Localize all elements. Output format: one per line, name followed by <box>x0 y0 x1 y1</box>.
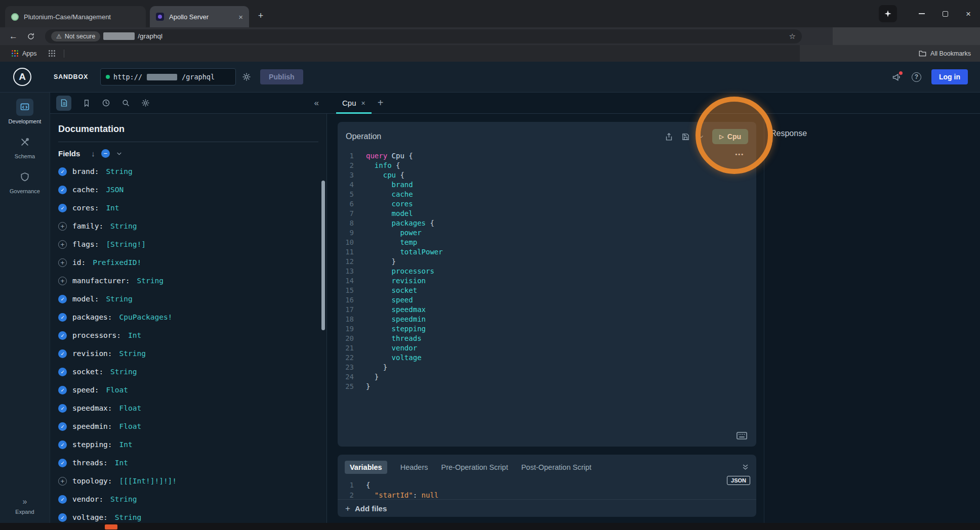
field-included-check-icon[interactable]: ✓ <box>58 459 67 467</box>
bookmark-star-icon[interactable]: ☆ <box>789 32 796 41</box>
field-row[interactable]: ✓cores:Int <box>50 199 326 217</box>
endpoint-settings-button[interactable] <box>242 72 251 81</box>
collapse-docs-button[interactable]: « <box>314 98 319 108</box>
share-button[interactable] <box>665 132 673 141</box>
field-row[interactable]: ✓brand:String <box>50 162 326 181</box>
reload-button[interactable] <box>27 32 35 40</box>
field-included-check-icon[interactable]: ✓ <box>58 513 67 522</box>
keyboard-shortcuts-button[interactable] <box>737 432 747 439</box>
field-row[interactable]: ✓socket:String <box>50 363 326 381</box>
field-add-icon[interactable]: + <box>58 240 67 249</box>
field-row[interactable]: ✓revision:String <box>50 344 326 363</box>
login-button[interactable]: Log in <box>931 69 968 84</box>
field-included-check-icon[interactable]: ✓ <box>58 368 67 376</box>
apollo-logo[interactable]: A <box>13 68 31 86</box>
field-row[interactable]: ✓voltage:String <box>50 508 326 523</box>
sort-down-icon[interactable]: ↓ <box>91 149 95 158</box>
field-included-check-icon[interactable]: ✓ <box>58 349 67 358</box>
new-tab-button[interactable]: + <box>254 9 267 22</box>
field-row[interactable]: ✓packages:CpuPackages! <box>50 308 326 326</box>
add-files-button[interactable]: Add files <box>355 504 387 513</box>
collapse-panel-button[interactable] <box>742 463 749 471</box>
rail-item-schema[interactable]: Schema <box>15 134 35 159</box>
field-included-check-icon[interactable]: ✓ <box>58 167 67 176</box>
field-add-icon[interactable]: + <box>58 277 67 285</box>
field-included-check-icon[interactable]: ✓ <box>58 422 67 431</box>
back-button[interactable]: ← <box>9 32 18 40</box>
window-minimize-button[interactable] <box>910 0 933 27</box>
run-button-label: Cpu <box>727 132 741 141</box>
new-operation-tab-button[interactable]: + <box>378 97 384 109</box>
browser-tab-plutonium[interactable]: Plutonium-Case/Management <box>5 6 146 27</box>
field-row[interactable]: +topology:[[[Int!]!]!]! <box>50 472 326 490</box>
operation-editor[interactable]: 1query Cpu {2 info {3 cpu {4 brand5 cach… <box>338 151 756 391</box>
field-row[interactable]: ✓speedmax:Float <box>50 399 326 417</box>
field-included-check-icon[interactable]: ✓ <box>58 204 67 212</box>
field-add-icon[interactable]: + <box>58 477 67 485</box>
field-row[interactable]: +flags:[String!] <box>50 235 326 253</box>
field-row[interactable]: +id:PrefixedID! <box>50 253 326 272</box>
history-button[interactable] <box>102 99 110 107</box>
tab-post-operation-script[interactable]: Post-Operation Script <box>521 463 592 471</box>
field-row[interactable]: ✓stepping:Int <box>50 435 326 454</box>
tab-headers[interactable]: Headers <box>400 463 428 471</box>
more-options-button[interactable]: ••• <box>735 151 744 157</box>
operation-tab-cpu[interactable]: Cpu × <box>336 93 372 114</box>
browser-sparkle-button[interactable] <box>879 5 897 22</box>
field-row[interactable]: ✓threads:Int <box>50 454 326 472</box>
field-included-check-icon[interactable]: ✓ <box>58 331 67 340</box>
field-add-icon[interactable]: + <box>58 222 67 231</box>
save-button[interactable] <box>681 132 690 141</box>
apps-label[interactable]: Apps <box>22 50 37 57</box>
tab-close-icon[interactable]: × <box>361 99 365 107</box>
field-row[interactable]: ✓cache:JSON <box>50 181 326 199</box>
field-row[interactable]: ✓model:String <box>50 290 326 308</box>
publish-button[interactable]: Publish <box>260 69 303 84</box>
field-row[interactable]: ✓speedmin:Float <box>50 417 326 435</box>
grid-icon[interactable] <box>48 50 56 57</box>
window-maximize-button[interactable] <box>933 0 957 27</box>
field-add-icon[interactable]: + <box>58 258 67 267</box>
field-included-check-icon[interactable]: ✓ <box>58 404 67 413</box>
chevron-down-icon[interactable] <box>116 150 123 157</box>
documentation-view-button[interactable] <box>56 96 71 111</box>
field-row[interactable]: ✓speed:Float <box>50 381 326 399</box>
field-included-check-icon[interactable]: ✓ <box>58 313 67 322</box>
field-row[interactable]: +family:String <box>50 217 326 235</box>
settings-button[interactable] <box>141 99 150 107</box>
docs-scrollbar[interactable] <box>321 181 325 330</box>
variables-editor[interactable]: JSON 1{2 "startId": null <box>338 475 756 499</box>
tab-pre-operation-script[interactable]: Pre-Operation Script <box>441 463 508 471</box>
endpoint-input[interactable]: http:// /graphql <box>100 68 236 85</box>
rail-item-development[interactable]: Development <box>9 99 42 124</box>
field-included-check-icon[interactable]: ✓ <box>58 386 67 394</box>
rail-expand-button[interactable]: » Expand <box>15 497 34 515</box>
field-included-check-icon[interactable]: ✓ <box>58 295 67 303</box>
field-included-check-icon[interactable]: ✓ <box>58 440 67 449</box>
save-dropdown-button[interactable] <box>698 134 704 140</box>
security-badge[interactable]: ⚠ Not secure <box>51 31 100 41</box>
field-included-check-icon[interactable]: ✓ <box>58 186 67 194</box>
content-row: Documentation Fields ↓ − ✓brand:String✓c… <box>50 114 980 523</box>
announcements-button[interactable] <box>892 73 902 81</box>
taskbar-app-icon[interactable] <box>105 524 117 529</box>
run-operation-button[interactable]: ▷ Cpu <box>712 129 748 144</box>
fields-filter-toggle[interactable]: − <box>101 149 110 158</box>
apps-grid-icon[interactable] <box>11 50 19 57</box>
help-button[interactable]: ? <box>912 72 921 82</box>
window-close-button[interactable]: × <box>957 0 980 27</box>
browser-tab-apollo[interactable]: Apollo Server × <box>150 6 249 27</box>
saved-operations-button[interactable] <box>83 99 91 107</box>
field-row[interactable]: +manufacturer:String <box>50 272 326 290</box>
field-included-check-icon[interactable]: ✓ <box>58 495 67 504</box>
tab-variables[interactable]: Variables <box>345 461 387 474</box>
all-bookmarks-button[interactable]: All Bookmarks <box>800 45 980 62</box>
field-name: speedmin: <box>72 422 112 430</box>
field-row[interactable]: ✓vendor:String <box>50 490 326 508</box>
tab-close-icon[interactable]: × <box>238 13 243 21</box>
rail-item-governance[interactable]: Governance <box>10 168 40 194</box>
bookmarks-bar: Apps All Bookmarks <box>0 45 980 62</box>
field-row[interactable]: ✓processors:Int <box>50 326 326 344</box>
address-bar[interactable]: ⚠ Not secure /graphql ☆ <box>45 29 802 43</box>
search-button[interactable] <box>121 99 130 107</box>
